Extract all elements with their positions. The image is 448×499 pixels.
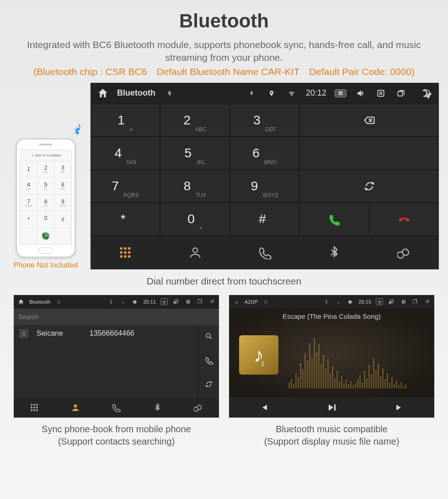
bluetooth-icon (245, 90, 257, 97)
status-time: 20:15 (358, 299, 371, 305)
dial-key-2[interactable]: 2ABC (160, 104, 229, 137)
phone-key: 1 (20, 161, 37, 178)
contacts-status-bar: Bluetooth ⎍ ᛒ ⬩ ◉ 20:11 ◎ 🔊 ⊠ ❐ ↺ (14, 295, 219, 309)
music-note-icon: ♪ᛒ (254, 343, 264, 366)
dial-key-0[interactable]: 0+ (160, 203, 229, 236)
search-input[interactable]: Search (14, 309, 219, 325)
phone-key: * (20, 211, 37, 228)
equalizer-visual (288, 338, 425, 388)
camera-icon[interactable] (335, 89, 347, 97)
svg-rect-20 (33, 409, 35, 411)
nav-bluetooth-icon[interactable] (299, 236, 369, 269)
nav-keypad-icon[interactable] (91, 236, 160, 269)
nav-contacts-icon[interactable] (160, 236, 229, 269)
close-icon[interactable]: ⊠ (400, 299, 407, 305)
album-art: ♪ᛒ (239, 335, 278, 375)
call-button[interactable] (299, 203, 369, 236)
recent-apps-icon[interactable] (395, 89, 407, 98)
contact-name: Seicane (37, 329, 63, 338)
bluetooth-icon: ᛒ (107, 299, 115, 305)
volume-icon[interactable]: 🔊 (172, 299, 180, 305)
phone-caption: Phone Not Included (9, 261, 82, 269)
usb-icon: ⎍ (262, 299, 270, 305)
nav-calls-icon[interactable] (96, 397, 137, 418)
dial-key-4[interactable]: 4GHI (91, 137, 160, 170)
chip-info-line: (Bluetooth chip : CSR BC6 Default Blueto… (0, 66, 448, 77)
volume-icon[interactable] (355, 89, 367, 98)
home-icon[interactable]: ⌂ (233, 299, 240, 305)
recent-apps-icon[interactable]: ❐ (196, 299, 203, 305)
close-icon[interactable] (375, 89, 387, 98)
nav-calls-icon[interactable] (230, 236, 299, 269)
song-title: Escape (The Pina Colada Song) (229, 312, 434, 320)
play-pause-button[interactable] (298, 397, 366, 418)
dial-key-8[interactable]: 8TUV (160, 170, 229, 203)
dial-key-1[interactable]: 1∞ (91, 104, 160, 137)
add-to-contacts-label: ＋ Add to Contacts (20, 150, 71, 161)
back-icon[interactable] (421, 87, 432, 99)
bluetooth-badge-icon: ᛒ (261, 360, 265, 367)
camera-icon[interactable]: ◎ (376, 298, 383, 305)
sync-button[interactable] (299, 170, 439, 203)
hangup-button[interactable] (369, 203, 439, 236)
nav-keypad-icon[interactable] (14, 397, 55, 418)
next-track-button[interactable] (366, 397, 434, 418)
location-icon: ⬩ (119, 299, 127, 305)
prev-track-button[interactable] (229, 397, 298, 418)
svg-rect-10 (128, 255, 130, 258)
side-call-icon[interactable] (205, 356, 213, 366)
phone-key: 9WXYZ (54, 194, 71, 211)
nav-pair-icon[interactable] (178, 397, 219, 418)
location-icon (266, 90, 277, 97)
home-icon[interactable] (17, 299, 25, 305)
contact-initial: S (19, 329, 28, 338)
page-subtitle: Integrated with BC6 Bluetooth module, su… (23, 38, 425, 64)
nav-pair-icon[interactable] (369, 236, 439, 269)
home-icon[interactable] (97, 87, 109, 99)
recent-apps-icon[interactable]: ❐ (411, 299, 419, 305)
status-title: A2DP (245, 299, 258, 305)
dial-key-5[interactable]: 5JKL (160, 137, 229, 170)
empty-cell (299, 137, 439, 170)
phone-home-button (38, 247, 53, 254)
back-icon[interactable]: ↺ (208, 299, 215, 305)
svg-rect-15 (36, 404, 37, 405)
svg-rect-1 (398, 91, 402, 96)
svg-rect-21 (36, 409, 37, 411)
svg-point-11 (193, 248, 197, 252)
volume-icon[interactable]: 🔊 (388, 299, 395, 305)
wifi-icon: ◉ (347, 299, 354, 305)
contact-row[interactable]: SSeicane13566664466 (14, 325, 198, 342)
dial-key-9[interactable]: 9WXYZ (230, 170, 299, 203)
camera-icon[interactable]: ◎ (160, 298, 168, 305)
back-icon[interactable]: ↺ (423, 299, 431, 305)
dial-key-7[interactable]: 7PQRS (91, 170, 160, 203)
svg-point-22 (74, 404, 77, 408)
side-sync-icon[interactable] (205, 380, 213, 390)
dial-key-hash[interactable]: # (230, 203, 299, 236)
svg-rect-4 (128, 247, 130, 249)
music-caption: Bluetooth music compatible(Support displ… (229, 423, 434, 448)
dial-key-3[interactable]: 3DEF (230, 104, 299, 137)
svg-rect-6 (124, 251, 127, 253)
phone-key: 5JKL (37, 177, 54, 194)
location-icon: ⬩ (335, 299, 342, 305)
phone-dial-button: 📞 (37, 228, 54, 244)
phone-action (20, 228, 37, 244)
svg-rect-5 (120, 251, 123, 253)
status-time: 20:11 (143, 299, 156, 305)
svg-rect-19 (31, 409, 32, 411)
svg-rect-7 (128, 251, 130, 253)
backspace-button[interactable] (299, 104, 439, 137)
nav-bluetooth-icon[interactable] (137, 397, 178, 418)
phone-key: 3DEF (54, 161, 71, 178)
phone-key: 7PQRS (20, 194, 37, 211)
side-search-icon[interactable] (205, 332, 213, 342)
wifi-icon (286, 90, 298, 97)
nav-contacts-icon[interactable] (55, 397, 96, 418)
svg-rect-3 (124, 247, 127, 249)
svg-rect-23 (334, 404, 336, 411)
close-icon[interactable]: ⊠ (184, 299, 192, 305)
dial-key-star[interactable]: * (91, 203, 160, 236)
dial-key-6[interactable]: 6MNO (230, 137, 299, 170)
